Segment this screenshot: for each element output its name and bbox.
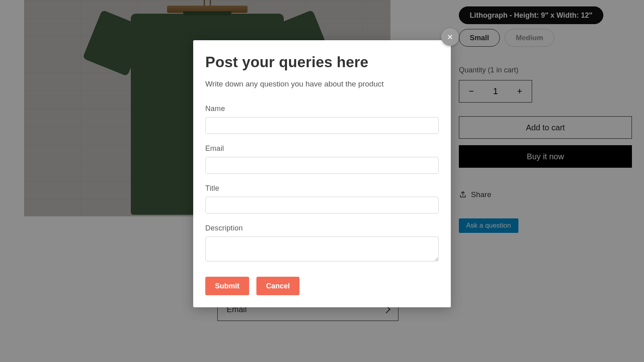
title-label: Title <box>205 184 439 193</box>
modal-subtitle: Write down any question you have about t… <box>205 80 439 88</box>
close-button[interactable]: × <box>441 28 459 46</box>
description-textarea[interactable] <box>205 237 439 261</box>
query-modal: × Post your queries here Write down any … <box>193 40 451 307</box>
title-input[interactable] <box>205 197 439 214</box>
name-input[interactable] <box>205 117 439 134</box>
description-label: Description <box>205 224 439 232</box>
close-icon: × <box>447 31 453 43</box>
page-root: Lithograph - Height: 9" x Width: 12" Sma… <box>0 0 644 362</box>
email-input[interactable] <box>205 157 439 174</box>
cancel-button[interactable]: Cancel <box>256 277 299 295</box>
submit-button[interactable]: Submit <box>205 277 249 295</box>
modal-actions: Submit Cancel <box>205 277 439 295</box>
email-label: Email <box>205 144 439 153</box>
name-label: Name <box>205 105 439 113</box>
modal-title: Post your queries here <box>205 54 439 71</box>
